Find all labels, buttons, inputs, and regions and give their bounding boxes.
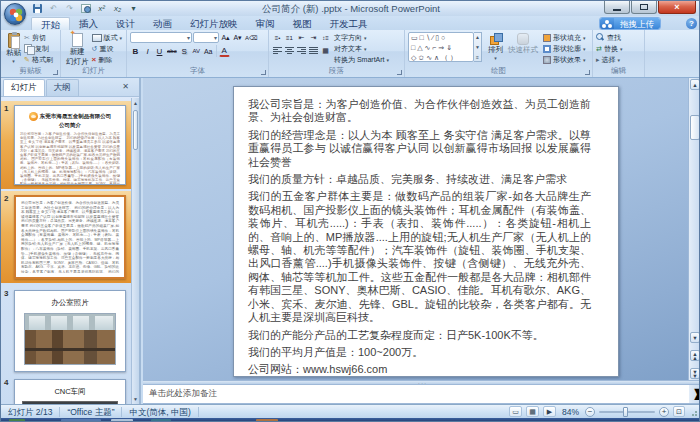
scrollbar-thumb[interactable]: [690, 115, 700, 140]
slide-body-text[interactable]: 我公司宗旨是：为客户创造价值、为合作伙伴创造效益、为员工创造前景、为社会创造财富…: [234, 87, 618, 377]
language-indicator[interactable]: 中文(简体, 中国): [122, 407, 198, 417]
notes-placeholder[interactable]: 单击此处添加备注: [143, 385, 700, 400]
dialog-launcher[interactable]: [261, 70, 266, 75]
slide-1-thumbnail[interactable]: 东莞市海晟五金制品有限公司 公司简介 我公司宗旨是：为客户创造价值、为合作伙伴创…: [14, 105, 126, 185]
restore-button[interactable]: [631, 1, 657, 14]
align-text-button[interactable]: 对齐文本▾: [334, 43, 389, 54]
tab-slides-thumbnails[interactable]: 幻灯片: [3, 79, 45, 96]
tab-outline[interactable]: 大纲: [46, 79, 79, 96]
decrease-indent-button[interactable]: ⇤: [296, 32, 307, 43]
upload-plugin-button[interactable]: 拖拽上传: [599, 17, 661, 30]
zoom-out-button[interactable]: −: [585, 407, 595, 417]
theme-name[interactable]: “Office 主题”: [60, 407, 122, 417]
tab-review[interactable]: 审阅: [247, 17, 284, 30]
shapes-gallery-scrollbar[interactable]: ▲ ▼ ≡: [474, 32, 482, 62]
convert-smartart-button[interactable]: 转换为 SmartArt▾: [334, 54, 389, 65]
notes-scrollbar[interactable]: ▲ ▼: [689, 385, 700, 403]
slide-sorter-view-button[interactable]: ▦: [526, 406, 539, 417]
columns-button[interactable]: ▦: [320, 45, 331, 56]
align-left-button[interactable]: [272, 45, 283, 56]
tab-view[interactable]: 视图: [284, 17, 321, 30]
minimize-button[interactable]: [604, 1, 630, 14]
grow-font-button[interactable]: A▴: [220, 32, 231, 43]
notes-pane[interactable]: 单击此处添加备注 ▲ ▼: [143, 385, 700, 404]
layout-button[interactable]: 版式▾: [92, 32, 123, 43]
superscript-button[interactable]: x²: [95, 3, 108, 15]
font-size-combo[interactable]: [193, 32, 219, 43]
dialog-launcher[interactable]: [585, 70, 590, 75]
font-color-button[interactable]: A: [219, 46, 230, 57]
office-button[interactable]: [4, 3, 26, 25]
bullets-button[interactable]: ≡•: [272, 32, 283, 43]
subscript-button[interactable]: x₂: [111, 3, 124, 15]
tab-slideshow[interactable]: 幻灯片放映: [181, 17, 247, 30]
customize-qat-button[interactable]: ▾: [127, 3, 140, 15]
fit-to-window-button[interactable]: ⊡: [673, 406, 685, 417]
zoom-slider[interactable]: [599, 411, 655, 413]
replace-button[interactable]: ⇄替换▾: [596, 43, 641, 54]
slideshow-view-button[interactable]: ▶: [543, 406, 556, 417]
line-spacing-button[interactable]: ↕≡: [320, 32, 331, 43]
select-button[interactable]: ▸选择▾: [596, 54, 641, 65]
reset-button[interactable]: ↺重设: [92, 43, 123, 54]
slide-canvas[interactable]: 我公司宗旨是：为客户创造价值、为合作伙伴创造效益、为员工创造前景、为社会创造财富…: [233, 86, 619, 377]
shape-fill-button[interactable]: 形状填充▾: [543, 32, 586, 43]
justify-button[interactable]: [308, 45, 319, 56]
save-button[interactable]: [31, 3, 44, 15]
zoom-level[interactable]: 84%: [560, 407, 581, 417]
scrollbar-thumb[interactable]: [133, 110, 138, 150]
print-preview-button[interactable]: [79, 3, 92, 15]
arrange-button[interactable]: 排列 ▾: [486, 32, 505, 62]
undo-button[interactable]: ↶: [47, 3, 60, 15]
bold-button[interactable]: B: [130, 46, 141, 57]
help-button[interactable]: ?: [686, 18, 697, 29]
previous-slide-button[interactable]: ▲▲: [690, 350, 700, 361]
copy-button[interactable]: 复制: [24, 43, 53, 54]
shrink-font-button[interactable]: A▾: [232, 32, 243, 43]
close-button[interactable]: ×: [658, 1, 696, 14]
slide-3-thumbnail[interactable]: 办公室照片: [14, 290, 126, 372]
delete-slide-button[interactable]: ×删除: [92, 54, 123, 65]
slide-2-thumbnail-current[interactable]: 我公司宗旨是：为客户创造价值、为合作伙伴创造效益、为员工创造前景、为社会创造财富…: [14, 195, 126, 279]
dialog-launcher[interactable]: [53, 70, 58, 75]
shape-outline-button[interactable]: 形状轮廓▾: [543, 43, 586, 54]
increase-indent-button[interactable]: ⇥: [308, 32, 319, 43]
redo-button[interactable]: ↷: [63, 3, 76, 15]
resize-grip[interactable]: [689, 406, 697, 417]
tab-home[interactable]: 开始: [31, 17, 70, 30]
tab-animations[interactable]: 动画: [144, 17, 181, 30]
find-button[interactable]: 查找: [596, 32, 641, 43]
shape-effects-button[interactable]: 形状效果▾: [543, 54, 586, 65]
clear-formatting-button[interactable]: A⌫: [244, 32, 259, 43]
tab-developer[interactable]: 开发工具: [321, 17, 377, 30]
strikethrough-button[interactable]: abc: [166, 46, 178, 57]
dialog-launcher[interactable]: [397, 70, 402, 75]
paste-button[interactable]: 粘贴 ▾: [4, 32, 23, 65]
align-center-button[interactable]: [284, 45, 295, 56]
zoom-in-button[interactable]: +: [659, 407, 669, 417]
normal-view-button[interactable]: ▭: [509, 406, 522, 417]
format-painter-button[interactable]: ✎格式刷: [24, 54, 53, 65]
change-case-button[interactable]: Aa: [203, 46, 214, 57]
character-spacing-button[interactable]: AV: [191, 46, 202, 57]
cut-button[interactable]: ✂剪切: [24, 32, 53, 43]
new-slide-button[interactable]: 新建 幻灯片: [64, 32, 91, 68]
shapes-gallery[interactable]: ▭ □ ∖ ∕ ▯ ○ □ △ ∿ ⌐ ⇒ ⇓ ◇ ✩ ∿ ∧ （ ）: [408, 32, 474, 62]
scroll-up-button[interactable]: ▲: [690, 79, 700, 90]
align-right-button[interactable]: [296, 45, 307, 56]
slide-4-thumbnail[interactable]: CNC车间: [14, 379, 126, 404]
text-shadow-button[interactable]: S: [179, 46, 190, 57]
text-direction-button[interactable]: 文字方向▾: [334, 32, 389, 43]
vertical-scrollbar[interactable]: ▲ ▼ ▲▲ ▼▼: [688, 78, 700, 380]
zoom-slider-thumb[interactable]: [623, 407, 628, 417]
font-name-combo[interactable]: [130, 32, 192, 43]
panel-scrollbar[interactable]: ▲ ▼: [131, 98, 139, 404]
numbering-button[interactable]: ≡1: [284, 32, 295, 43]
italic-button[interactable]: I: [142, 46, 153, 57]
underline-button[interactable]: U: [154, 46, 165, 57]
next-slide-button[interactable]: ▼▼: [690, 368, 700, 379]
tab-design[interactable]: 设计: [107, 17, 144, 30]
scroll-down-button[interactable]: ▼: [690, 332, 700, 343]
close-panel-icon[interactable]: ✕: [122, 82, 129, 91]
quick-styles-button[interactable]: 快速样式: [506, 32, 540, 56]
